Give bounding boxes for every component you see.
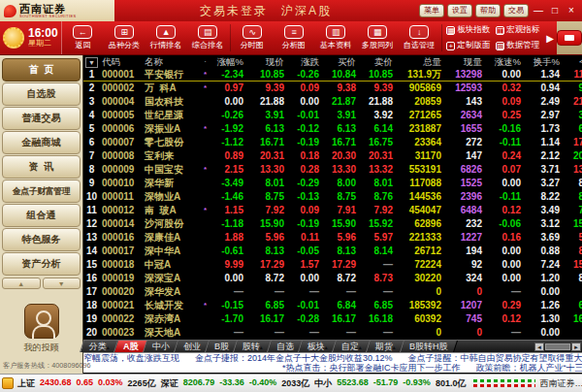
table-row[interactable]: 2000002万 科A*0.979.390.099.389.3990586912… <box>83 82 582 95</box>
index-quote-segment[interactable]: 深证 <box>161 377 178 390</box>
table-row[interactable]: 6000007零七股份-1.1216.71-0.1916.7116.752336… <box>83 136 582 149</box>
tab-B股转H股[interactable]: B股转H股 <box>400 341 457 352</box>
index-quote-segment[interactable]: 8206.79 <box>183 377 215 390</box>
column-header[interactable]: 现价 <box>246 55 287 68</box>
quote-ranking-button[interactable]: ▲行情排名 <box>146 21 187 54</box>
ticker-link[interactable]: 金点子捷报：2014年金点子十大金股均收益30.12% <box>195 353 393 363</box>
table-row[interactable]: 10000011深物业A-1.468.75-0.138.758.76144536… <box>83 190 582 204</box>
table-row[interactable]: 14000017深中华A-0.618.13-0.058.138.14267121… <box>83 245 582 258</box>
index-quote-segment[interactable]: 0.65 <box>77 377 94 390</box>
index-quote-segment[interactable]: 中小 <box>314 377 332 390</box>
sidebar-item-9[interactable]: 资产分析 <box>2 252 81 276</box>
my-advisor-panel[interactable]: 我的投顾 <box>2 304 81 354</box>
tab-scroll-right-button[interactable]: ► <box>571 343 581 351</box>
sidebar-item-5[interactable]: 资 讯 <box>2 155 81 179</box>
column-header[interactable]: 总量 <box>396 55 444 68</box>
tab-dropdown-arrow-icon[interactable]: ▴ <box>107 344 110 350</box>
ticker-link[interactable]: 政策前瞻：机器人产业“十三五”规 <box>476 363 582 373</box>
tab-dropdown-arrow-icon[interactable]: ▴ <box>259 344 262 350</box>
sidebar-item-2[interactable]: 自选股 <box>2 82 81 106</box>
index-quote-segment[interactable]: 2265亿 <box>128 377 156 390</box>
column-header[interactable]: 卖价 <box>359 55 396 68</box>
table-row[interactable]: 7000008宝利来0.8920.310.1820.3020.313117014… <box>83 149 582 163</box>
tab-dropdown-arrow-icon[interactable]: ▴ <box>358 344 361 350</box>
sidebar-item-1[interactable]: 首 页 <box>2 58 81 82</box>
ticker-link[interactable]: *热点直击：央行部署金融IC卡应用下一步工作 <box>282 363 461 373</box>
sidebar-item-4[interactable]: 金融商城 <box>2 131 81 154</box>
sector-index-button[interactable]: ▦板块指数 <box>446 22 490 38</box>
table-row[interactable]: 5000006深振业A*-1.926.13-0.126.136.14231887… <box>83 122 582 136</box>
sidebar-item-6[interactable]: 金点子财富管理 <box>2 180 81 203</box>
table-row[interactable]: 17000020深华发A—————00—0.00— <box>83 285 582 299</box>
index-quote-segment[interactable]: -0.93% <box>403 377 431 390</box>
index-quote-segment[interactable]: -33.36 <box>219 377 244 390</box>
column-header[interactable]: 换手% <box>524 55 563 68</box>
column-header[interactable]: 名称 <box>143 55 201 68</box>
close-button[interactable]: × <box>565 4 578 17</box>
table-row[interactable]: 16000019深深宝A0.008.720.008.728.7330220324… <box>83 272 582 285</box>
table-row[interactable]: 9000010深华新-3.498.01-0.298.008.0111708815… <box>83 177 582 190</box>
watchlist-manage-button[interactable]: ↓自选管理 <box>399 21 440 54</box>
table-row[interactable]: 12000014沙河股份-1.1815.90-0.1915.9015.92628… <box>83 217 582 231</box>
index-quote-segment[interactable]: -0.40% <box>249 377 277 390</box>
tab-scroll-thumb[interactable] <box>545 343 570 350</box>
analysis-chart-button[interactable]: ≡分析图 <box>274 21 315 54</box>
column-header[interactable]: 买价 <box>322 55 359 68</box>
sidebar-scroll-down-button[interactable]: ▼ <box>43 278 81 289</box>
advisor-person-icon[interactable] <box>24 304 59 339</box>
column-header[interactable]: 涨速% <box>485 55 524 68</box>
table-row[interactable]: 18000021长城开发*-0.156.85-0.016.846.8518539… <box>83 299 582 312</box>
menu-button[interactable]: 菜单 <box>419 4 444 17</box>
column-header[interactable]: 涨跌 <box>287 55 322 68</box>
sidebar-item-7[interactable]: 组合通 <box>2 204 81 227</box>
table-row[interactable]: 1000001平安银行*-2.3410.85-0.2610.8410.85131… <box>83 68 582 82</box>
sidebar-item-8[interactable]: 特色服务 <box>2 228 81 251</box>
table-row[interactable]: 3000004国农科技0.0021.880.0021.8721.88208591… <box>83 95 582 109</box>
index-quote-segment[interactable]: 801.0亿 <box>436 377 467 390</box>
table-row[interactable]: 13000016深康佳A1.885.960.115.965.9722133312… <box>83 231 582 245</box>
data-manage-button[interactable]: ▧数据管理 <box>496 38 539 53</box>
table-row[interactable]: 20000023深天地A—————00—0.00— <box>83 326 582 340</box>
toolbar-expand-arrow[interactable]: ▶ <box>543 21 557 54</box>
category-button[interactable]: ⊞品种分类 <box>104 21 146 54</box>
table-filter-dropdown[interactable]: ▼ <box>83 55 100 68</box>
index-quote-segment[interactable]: 0.03% <box>98 377 123 390</box>
table-row[interactable]: 11000012南 玻A*1.157.920.097.917.924540476… <box>83 204 582 217</box>
back-button[interactable]: ←返回 <box>62 21 104 54</box>
maximize-button[interactable]: □ <box>548 4 562 17</box>
settings-button[interactable]: 设置 <box>447 4 472 17</box>
status-app-icon[interactable] <box>2 377 14 389</box>
table-row[interactable]: 8000009中国宝安*2.1513.300.2813.3013.3255319… <box>83 163 582 177</box>
tab-dropdown-arrow-icon[interactable]: ▴ <box>392 344 395 350</box>
index-quote-segment[interactable]: 2033亿 <box>281 377 309 390</box>
column-header[interactable]: 代码 <box>100 55 143 68</box>
ticker-link[interactable]: 窄幅震荡，收盘涨跌互现 <box>83 353 179 363</box>
column-header[interactable]: 今开 <box>563 55 582 68</box>
index-quote-segment[interactable]: -51.79 <box>373 377 399 390</box>
trade-button[interactable]: 交易 <box>503 4 529 17</box>
multi-stock-button[interactable]: ▦多股同列 <box>357 21 399 54</box>
table-row[interactable]: 15000018中冠A9.9917.291.5717.29—72224920.0… <box>83 258 582 272</box>
table-row[interactable]: 4000005世纪星源-0.263.91-0.013.913.922712652… <box>83 109 582 122</box>
help-button[interactable]: 帮助 <box>475 4 501 17</box>
sidebar-item-3[interactable]: 普通交易 <box>2 107 81 130</box>
composite-ranking-button[interactable]: ▤综合排名 <box>187 21 229 54</box>
index-quote-segment[interactable]: 上证 <box>17 377 35 390</box>
table-row[interactable]: 19000022深赤湾A-1.7016.17-0.2816.1716.18603… <box>83 312 582 326</box>
tab-dropdown-arrow-icon[interactable]: ▴ <box>324 344 327 350</box>
fundamentals-button[interactable]: ▥基本资料 <box>315 21 357 54</box>
macro-indicator-button[interactable]: ◫宏观指标 <box>496 22 539 38</box>
column-header[interactable]: · <box>201 55 210 68</box>
column-header[interactable]: 涨幅% <box>210 55 246 68</box>
panel-toggle-button[interactable] <box>557 30 582 46</box>
custom-layout-button[interactable]: +定制版面 <box>446 38 490 53</box>
column-header[interactable]: 现量 <box>444 55 485 68</box>
sidebar-scroll-up-button[interactable]: ▲ <box>2 278 41 289</box>
intraday-chart-button[interactable]: ∿分时图 <box>232 21 274 54</box>
minimize-button[interactable]: — <box>532 4 545 17</box>
sector-index-icon: ▦ <box>446 26 455 35</box>
index-quote-segment[interactable]: 2430.68 <box>40 377 72 390</box>
index-quote-segment[interactable]: 5523.68 <box>337 377 369 390</box>
tab-scroll-left-button[interactable]: ◄ <box>534 343 544 351</box>
ticker-link[interactable]: 金点子提醒：中韩自由贸易协定有望取得重大进展 <box>408 353 582 363</box>
